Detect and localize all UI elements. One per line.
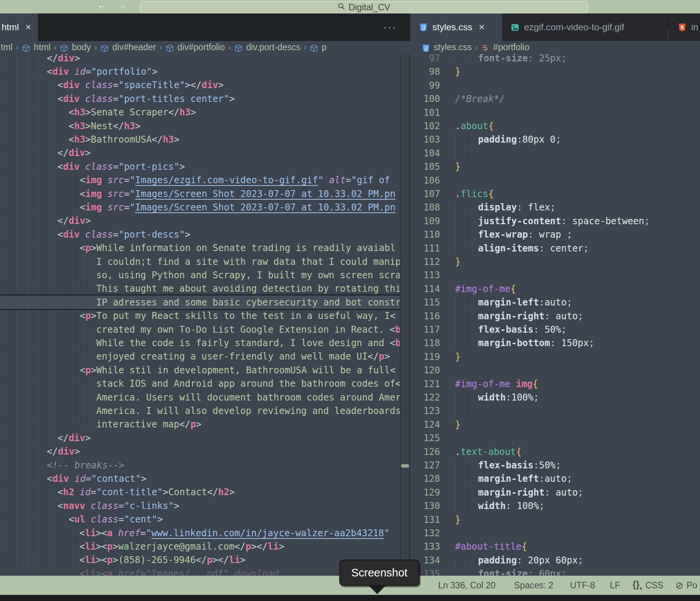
code-line: 127flex-basis:50%;	[410, 459, 700, 472]
breadcrumb-item[interactable]: body	[72, 42, 91, 53]
html5-icon: 5	[678, 23, 687, 32]
code-line: <div class="port-descs">	[0, 228, 400, 241]
html-editor-pane[interactable]: </div><div id="portfolio"><div class="sp…	[0, 54, 400, 576]
code-line: <img src="Images/ezgif.com-video-to-gif.…	[0, 174, 400, 187]
code-line: <p>While information on Senate trading i…	[0, 241, 400, 255]
tab-index-html-partial[interactable]: html ✕	[0, 13, 38, 41]
line-number: 129	[410, 486, 440, 499]
css-editor-pane[interactable]: 97font-size: 25px;98}99100/*Break*/10110…	[410, 54, 700, 576]
close-icon[interactable]: ✕	[478, 23, 485, 32]
breadcrumb-bar: tml›html›body›div#header›div#portfolio›d…	[0, 41, 700, 54]
line-number: 100	[410, 92, 440, 106]
status-language-mode[interactable]: {}x CSS	[633, 576, 663, 595]
breadcrumb-item[interactable]: div#portfolio	[177, 42, 225, 53]
code-line: America. Users will document bathroom co…	[0, 391, 400, 404]
status-indentation[interactable]: Spaces: 2	[514, 576, 553, 595]
code-line: so, using Python and Scrapy, I built my …	[0, 268, 400, 282]
code-line: 120	[410, 364, 700, 377]
line-number: 109	[410, 215, 440, 228]
forward-arrow-icon[interactable]: →	[116, 0, 127, 11]
breadcrumb-item[interactable]: p	[322, 42, 327, 53]
scrollbar-track[interactable]	[400, 54, 410, 576]
code-line: 113	[410, 269, 700, 282]
code-line: 111align-items: center;	[410, 242, 700, 255]
code-line: 126.text-about{	[410, 445, 700, 459]
breadcrumb-item[interactable]: html	[34, 42, 50, 53]
line-number: 115	[410, 296, 440, 309]
code-line: 116margin-right: auto;	[410, 310, 700, 323]
code-line: <div id="portfolio">	[0, 65, 400, 78]
breadcrumb-right: styles.css›#portfolio	[422, 41, 529, 54]
line-number: 133	[410, 540, 440, 553]
code-line: <p>To put my React skills to the test in…	[0, 309, 400, 323]
editor-area: </div><div id="portfolio"><div class="sp…	[0, 54, 700, 576]
code-line: <div id="contact">	[0, 472, 400, 485]
line-number: 124	[410, 418, 440, 432]
breadcrumb-item[interactable]: div.port-descs	[246, 42, 300, 53]
code-line: <h3>BathroomUSA</h3>	[0, 133, 400, 146]
code-line: <li><p>walzerjayce@gmail.com</p></li>	[0, 540, 400, 553]
line-number: 119	[410, 350, 440, 364]
code-line: 100/*Break*/	[410, 92, 700, 106]
code-line: 104	[410, 147, 700, 160]
line-number: 97	[410, 54, 440, 65]
back-arrow-icon[interactable]: ←	[97, 0, 107, 11]
code-line: 118margin-bottom: 150px;	[410, 337, 700, 350]
svg-text:5: 5	[680, 24, 684, 30]
line-number: 117	[410, 323, 440, 337]
code-line: I couldn;t find a site with raw data tha…	[0, 255, 400, 268]
line-number: 123	[410, 404, 440, 418]
close-icon[interactable]: ✕	[25, 23, 31, 32]
line-number: 105	[410, 160, 440, 174]
breadcrumb-item[interactable]: div#header	[112, 42, 156, 53]
cube-icon	[100, 44, 109, 53]
code-line: 129margin-right: auto;	[410, 486, 700, 499]
status-encoding[interactable]: UTF-8	[570, 576, 595, 595]
code-line: 125	[410, 432, 700, 445]
css-icon	[422, 44, 430, 53]
code-line: <li><a href="www.linkedin.com/in/jayce-w…	[0, 526, 400, 540]
code-line: 115margin-left:auto;	[410, 296, 700, 309]
breadcrumb-item[interactable]: tml	[1, 42, 13, 53]
scrollbar-thumb[interactable]	[401, 464, 409, 468]
screenshot-tooltip-arrow	[368, 585, 386, 594]
code-line: enjoyed creating a user-friendly and wel…	[0, 350, 400, 363]
code-line: </div>	[0, 54, 400, 65]
line-number: 111	[410, 242, 440, 255]
line-number: 130	[410, 499, 440, 513]
code-line: 103padding:80px 0;	[410, 133, 700, 146]
breadcrumb-item[interactable]: styles.css	[434, 42, 472, 53]
code-line: 121#img-of-me img{	[410, 378, 700, 391]
line-number: 118	[410, 337, 440, 350]
code-line: 107.flics{	[410, 187, 700, 201]
line-number: 122	[410, 391, 440, 404]
image-file-icon	[511, 23, 519, 32]
code-line: <ul class="cent">	[0, 513, 400, 526]
code-line: <h2 id="cont-title">Contact</h2>	[0, 486, 400, 499]
search-value: Digital_CV	[348, 2, 390, 13]
selector-icon	[481, 44, 490, 53]
code-line: <div class="port-pics">	[0, 160, 400, 173]
tab-index-html-stub[interactable]: 5 in	[669, 13, 700, 41]
line-number: 128	[410, 472, 440, 486]
breadcrumb-item[interactable]: #portfolio	[493, 42, 529, 53]
code-line: 105}	[410, 160, 700, 174]
breadcrumb-left: tml›html›body›div#header›div#portfolio›d…	[1, 41, 327, 54]
code-line: 128margin-left:auto;	[410, 472, 700, 486]
status-eol[interactable]: LF	[610, 576, 620, 595]
tab-styles-css[interactable]: styles.css ✕	[410, 13, 502, 41]
code-line: <div class="port-titles center">	[0, 92, 400, 105]
code-line: 119}	[410, 350, 700, 364]
status-ports[interactable]: ⊘ Po	[675, 576, 697, 595]
code-line: 99	[410, 79, 700, 92]
code-line: 130width: 100%;	[410, 499, 700, 513]
line-number: 110	[410, 228, 440, 241]
code-line: 123	[410, 404, 700, 418]
breadcrumb-separator: ›	[159, 43, 162, 52]
more-actions-icon[interactable]: ···	[383, 13, 397, 41]
command-search-box[interactable]: Digital_CV	[140, 1, 588, 13]
code-line: <navv class="c-links">	[0, 499, 400, 512]
tab-ezgif[interactable]: ezgif.com-video-to-gif.gif	[502, 13, 668, 41]
status-cursor-position[interactable]: Ln 336, Col 20	[438, 576, 496, 595]
code-line: <!-- breaks-->	[0, 458, 400, 472]
